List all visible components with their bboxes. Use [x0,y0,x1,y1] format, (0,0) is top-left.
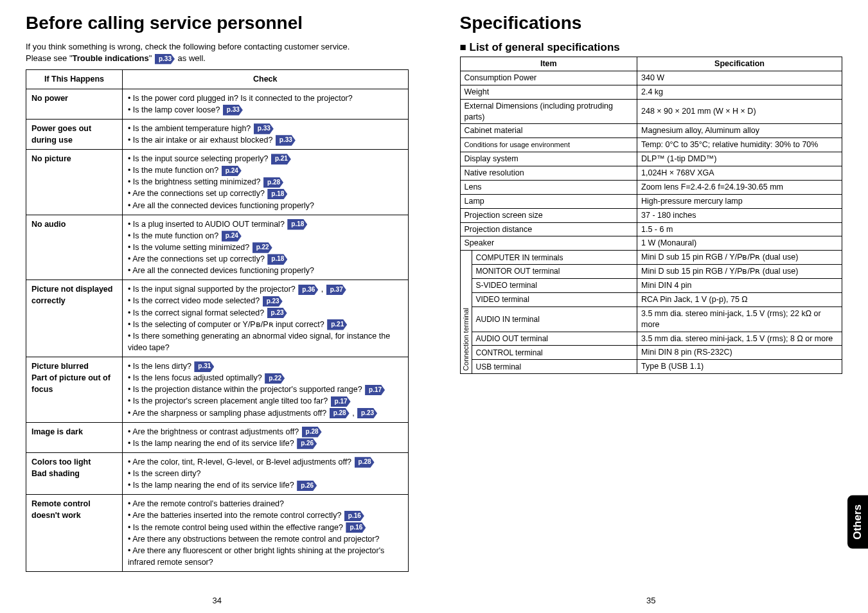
issue-cell: No audio [26,215,123,280]
page-number: 35 [646,596,655,605]
issue-cell: No picture [26,150,123,215]
spec-item: S-VIDEO terminal [472,279,637,293]
spec-value: 3.5 mm dia. stereo mini-jack, 1.5 V (rms… [637,306,842,332]
troubleshoot-table: If This Happens Check No powerIs the pow… [26,69,409,572]
check-item: Are the connections set up correctly? p.… [128,188,403,199]
spec-value: 3.5 mm dia. stereo mini-jack, 1.5 V (rms… [637,332,842,346]
check-item: Is there something generating an abnorma… [128,330,403,353]
page-ref-icon: p.21 [271,154,291,164]
spec-item: Cabinet material [460,124,637,138]
spec-value: 340 W [637,71,842,85]
issue-cell: Picture blurredPart of picture out of fo… [26,357,123,423]
page-ref-icon: p.24 [222,166,242,177]
spec-item: Projection screen size [460,208,637,222]
check-item: Is the projection distance within the pr… [128,384,403,395]
check-item: Is the remote control being used within … [128,522,403,533]
check-item: Is the air intake or air exhaust blocked… [128,134,403,146]
check-item: Are the connections set up correctly? p.… [128,253,403,265]
spec-value: Magnesium alloy, Aluminum alloy [637,124,842,138]
spec-item: USB terminal [472,360,637,374]
check-item: Is the power cord plugged in? Is it conn… [128,93,403,104]
spec-item: Projection distance [460,222,637,236]
page-title: Specifications [460,13,843,33]
spec-value: 37 - 180 inches [637,208,842,222]
spec-value: 1,024H × 768V XGA [637,166,842,181]
spec-item: Consumption Power [460,71,637,85]
issue-cell: Power goes out during use [26,119,123,149]
check-cell: Are the remote control's batteries drain… [123,495,409,572]
page-ref-icon: p.22 [252,242,272,253]
th-spec: Specification [637,57,842,71]
check-item: Is the mute function on? p.24 [128,164,403,176]
spec-item: Lamp [460,194,637,208]
spec-value: 1 W (Monaural) [637,236,842,251]
spec-item: VIDEO terminal [472,292,637,306]
check-item: Is the volume setting minimized? p.22 [128,242,403,253]
spec-value: High-pressure mercury lamp [637,194,842,208]
check-item: Is the brightness setting minimized? p.2… [128,176,403,188]
check-cell: Are the color, tint, R-level, G-level, o… [123,452,409,494]
page-ref-icon: p.17 [365,385,385,396]
page-ref-icon: p.16 [344,511,364,522]
spec-item: AUDIO OUT terminal [472,332,637,346]
page-ref-icon: p.28 [263,177,283,188]
page-ref-icon: p.24 [222,231,242,242]
spec-value: DLP™ (1-tip DMD™) [637,152,842,166]
issue-cell: Colors too lightBad shading [26,452,123,494]
check-item: Is the screen dirty? [128,468,403,479]
page-ref-icon: p.28 [330,408,350,419]
check-cell: Is the power cord plugged in? Is it conn… [123,89,409,119]
page-ref-icon: p.31 [194,361,214,372]
page-ref-icon: p.23 [267,308,287,319]
spec-item: Speaker [460,236,637,251]
check-item: Is the mute function on? p.24 [128,230,403,242]
th-item: Item [460,57,637,71]
check-item: Are there any obstructions between the r… [128,533,403,545]
spec-item: COMPUTER IN terminals [472,251,637,265]
check-item: Are the brightness or contrast adjustmen… [128,426,403,438]
page-ref-icon: p.21 [327,319,347,330]
page-ref-icon: p.33 [223,105,243,116]
check-item: Are there any fluorescent or other brigh… [128,545,403,568]
issue-cell: Image is dark [26,422,123,452]
page-ref-icon: p.33 [254,123,274,134]
check-item: Are the sharpness or sampling phase adju… [128,407,403,419]
check-item: Is the ambient temperature high? p.33 [128,123,403,134]
spec-value: 2.4 kg [637,85,842,99]
page-ref-icon: p.18 [267,189,287,200]
issue-cell: Remote control doesn't work [26,495,123,572]
spec-item: Display system [460,152,637,166]
spec-item: CONTROL terminal [472,346,637,360]
page-ref-icon: p.18 [267,254,287,265]
check-cell: Is a plug inserted to AUDIO OUT terminal… [123,215,409,280]
th-check: Check [123,70,409,89]
spec-value: Mini DIN 8 pin (RS-232C) [637,346,842,360]
check-cell: Is the ambient temperature high? p.33Is … [123,119,409,149]
page-ref-icon: p.23 [263,296,283,307]
page-ref-icon: p.26 [297,438,317,449]
page-ref-icon: p.17 [331,396,351,407]
check-item: Are the color, tint, R-level, G-level, o… [128,456,403,468]
page-right: Specifications List of general specifica… [434,0,869,613]
check-item: Is the lamp nearing the end of its servi… [128,479,403,491]
spec-item: External Dimensions (including protrudin… [460,99,637,124]
spec-value: Mini D sub 15 pin RGB / Y/Pʙ/Pʀ (dual us… [637,265,842,279]
spec-table: Item Specification Consumption Power340 … [460,57,843,374]
check-item: Is the correct signal format selected? p… [128,307,403,319]
check-item: Is the projector's screen placement angl… [128,395,403,407]
th-issue: If This Happens [26,70,123,89]
check-item: Is the input source selecting properly? … [128,153,403,164]
spec-value: Temp: 0°C to 35°C; relative humidity: 30… [637,138,842,152]
check-cell: Is the input source selecting properly? … [123,150,409,215]
spec-value: 248 × 90 × 201 mm (W × H × D) [637,99,842,124]
spec-item: Lens [460,180,637,194]
page-ref-icon: p.28 [355,457,375,468]
check-item: Are the batteries inserted into the remo… [128,510,403,521]
page-ref-icon: p.37 [326,285,346,296]
connection-terminal-label: Connection terminal [460,251,472,374]
page-ref-icon: p.22 [265,373,285,384]
check-item: Are all the connected devices functionin… [128,265,403,276]
check-cell: Are the brightness or contrast adjustmen… [123,422,409,452]
check-cell: Is the lens dirty? p.31Is the lens focus… [123,357,409,423]
page-ref-icon: p.16 [346,522,366,533]
